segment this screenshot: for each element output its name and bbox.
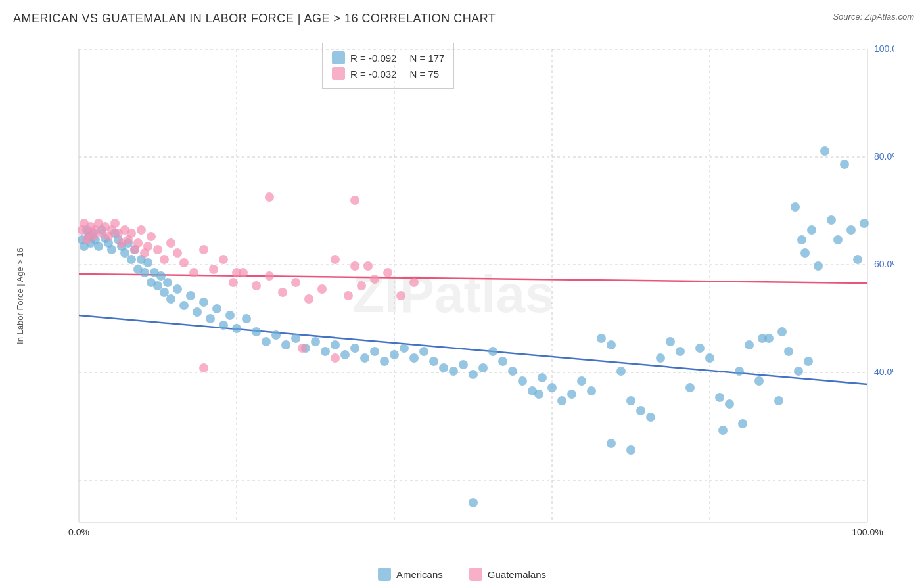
svg-point-136 [718, 426, 728, 435]
svg-point-92 [538, 373, 547, 382]
svg-text:100.0%: 100.0% [874, 43, 894, 54]
svg-point-117 [784, 347, 793, 356]
svg-point-74 [360, 353, 369, 363]
svg-point-90 [518, 376, 527, 386]
chart-title: AMERICAN VS GUATEMALAN IN LABOR FORCE | … [13, 12, 496, 26]
svg-point-94 [557, 396, 566, 405]
svg-point-99 [607, 340, 616, 349]
svg-point-172 [219, 255, 228, 264]
svg-point-191 [199, 363, 208, 372]
svg-point-119 [804, 357, 813, 366]
svg-point-51 [166, 294, 175, 304]
svg-point-95 [567, 390, 576, 399]
chart-container: AMERICAN VS GUATEMALAN IN LABOR FORCE | … [0, 0, 924, 586]
legend-item-americans: Americans [378, 568, 443, 581]
svg-point-178 [291, 278, 300, 287]
svg-point-173 [229, 278, 238, 287]
svg-point-39 [127, 255, 136, 264]
svg-point-67 [291, 334, 300, 343]
svg-point-77 [390, 350, 399, 359]
svg-point-121 [820, 146, 829, 156]
svg-text:0.0%: 0.0% [68, 527, 89, 537]
svg-point-76 [380, 357, 389, 366]
svg-point-83 [449, 367, 458, 376]
svg-point-96 [577, 376, 586, 386]
svg-point-33 [107, 245, 116, 254]
svg-point-37 [120, 248, 129, 258]
svg-point-157 [127, 229, 136, 238]
svg-point-101 [626, 396, 635, 405]
svg-point-179 [304, 294, 313, 304]
svg-point-102 [636, 406, 645, 415]
svg-point-116 [774, 396, 783, 405]
bottom-legend: Americans Guatemalans [0, 568, 924, 581]
svg-point-55 [193, 307, 202, 317]
svg-text:40.0%: 40.0% [874, 367, 894, 377]
source-label: Source: ZipAtlas.com [833, 12, 914, 22]
svg-point-52 [173, 284, 182, 294]
svg-point-75 [370, 347, 379, 356]
svg-point-137 [607, 439, 616, 448]
legend-item-guatemalans: Guatemalans [469, 568, 546, 581]
svg-point-49 [160, 288, 169, 297]
americans-swatch [378, 568, 391, 581]
svg-point-189 [350, 196, 359, 205]
americans-label: Americans [396, 569, 443, 580]
svg-text:60.0%: 60.0% [874, 259, 894, 269]
svg-point-170 [199, 245, 208, 254]
svg-point-53 [179, 301, 189, 310]
svg-point-63 [252, 327, 261, 336]
svg-point-135 [738, 419, 747, 428]
svg-point-162 [143, 242, 152, 251]
svg-point-183 [357, 281, 366, 290]
svg-point-160 [137, 225, 146, 235]
svg-point-87 [488, 347, 497, 356]
svg-point-71 [331, 340, 340, 349]
svg-point-159 [133, 238, 143, 248]
svg-point-127 [860, 219, 869, 228]
svg-point-181 [331, 255, 340, 264]
svg-point-124 [840, 160, 849, 169]
svg-point-163 [147, 232, 156, 241]
svg-point-82 [439, 363, 448, 372]
svg-point-195 [232, 268, 241, 277]
svg-point-132 [807, 225, 816, 235]
svg-point-109 [705, 353, 714, 363]
guatemalans-swatch [469, 568, 482, 581]
svg-point-123 [833, 235, 843, 244]
svg-point-57 [206, 314, 215, 323]
svg-point-100 [616, 367, 626, 376]
svg-point-104 [656, 353, 665, 363]
scatter-plot: 100.0% 80.0% 60.0% 40.0% 0.0% 100.0% ZIP… [39, 36, 894, 555]
svg-point-176 [265, 271, 274, 281]
svg-point-193 [331, 353, 340, 363]
svg-point-165 [160, 255, 169, 264]
svg-point-98 [597, 334, 606, 343]
svg-point-66 [281, 340, 290, 349]
svg-point-60 [225, 311, 235, 320]
svg-point-188 [265, 192, 274, 202]
svg-point-152 [110, 219, 120, 228]
svg-point-47 [153, 281, 162, 290]
svg-point-131 [800, 248, 810, 258]
svg-point-182 [344, 291, 353, 300]
svg-point-175 [252, 281, 261, 290]
svg-point-133 [777, 327, 787, 336]
svg-point-81 [429, 357, 438, 366]
svg-point-56 [199, 298, 208, 307]
svg-point-78 [400, 344, 409, 353]
svg-point-110 [715, 393, 724, 402]
svg-point-88 [498, 357, 507, 366]
svg-point-126 [853, 255, 862, 264]
svg-point-85 [469, 370, 478, 379]
svg-point-177 [278, 288, 287, 297]
svg-point-111 [725, 399, 734, 409]
svg-point-89 [508, 367, 517, 376]
svg-point-84 [459, 360, 468, 369]
svg-point-120 [814, 261, 823, 271]
svg-point-125 [846, 225, 856, 235]
svg-point-166 [166, 238, 175, 248]
svg-point-44 [143, 258, 152, 267]
svg-point-107 [685, 383, 695, 392]
guatemalans-label: Guatemalans [488, 569, 546, 580]
